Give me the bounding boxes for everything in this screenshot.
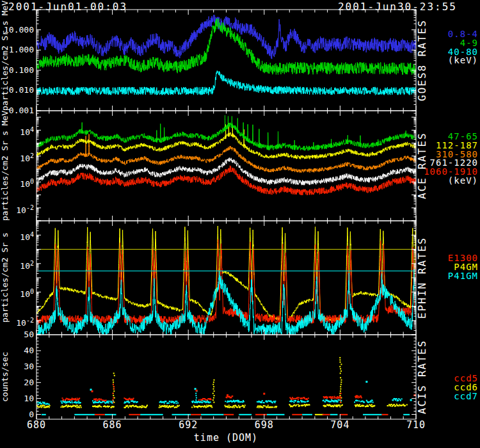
scatter-ccd5 xyxy=(62,384,416,415)
panel-title-acis-rates: ACIS RATES xyxy=(416,335,429,419)
y-axis-label-goes8: particles/cm2 Sr s MeV xyxy=(0,10,10,111)
trace-P41GM xyxy=(36,269,416,335)
trace-0.8-4 xyxy=(36,15,416,59)
x-tick-label: 710 xyxy=(397,420,435,430)
trace-40-80 xyxy=(36,71,416,95)
x-axis-title: time (DOM) xyxy=(162,432,290,444)
legend-item-ccd7: ccd7 xyxy=(454,392,478,401)
panel-traces-acis-rates xyxy=(36,357,416,415)
panel-traces-ephin-rates xyxy=(36,226,416,335)
panel-traces-ace-rates xyxy=(36,115,416,195)
panel-title-goes8-rates: GOES8 RATES xyxy=(416,10,429,111)
legend-item-p41gm: P41GM xyxy=(448,271,478,280)
legend-item-e1300: E1300 xyxy=(448,253,478,262)
x-tick-label: 692 xyxy=(169,420,207,430)
y-axis-label-ephin: particles/cm2 Sr s xyxy=(0,221,10,335)
legend-item-4-9: 4-9 xyxy=(460,38,478,47)
legend-item-ccd5: ccd5 xyxy=(454,374,478,383)
trace-P4GM xyxy=(36,226,416,321)
x-tick-label: 686 xyxy=(93,420,132,430)
legend-item--kev-: (keV) xyxy=(448,56,478,65)
panel-traces-goes8-rates xyxy=(36,15,416,95)
plot-canvas xyxy=(0,0,480,448)
legend-item-ccd6: ccd6 xyxy=(454,383,478,392)
trace-E1300 xyxy=(36,239,416,324)
y-axis-label-ace: particles/cm2 Sr s MeV xyxy=(0,111,10,221)
legend-item--kev-: (keV) xyxy=(448,176,478,185)
x-tick-label: 704 xyxy=(321,420,359,430)
legend-item-p4gm: P4GM xyxy=(454,262,478,271)
legend-item-112-187: 112-187 xyxy=(436,141,478,150)
plot-figure: 2001-Jun01-00:03 2001-Jun30-23:55 10.000… xyxy=(0,0,480,448)
legend-item-47-65: 47-65 xyxy=(448,132,478,141)
x-tick-label: 680 xyxy=(17,420,56,430)
scatter-ccd6 xyxy=(36,357,408,415)
y-axis-label-acis: counts/sec xyxy=(0,335,10,419)
panel-title-ephin-rates: EPHIN RATES xyxy=(416,221,429,335)
threshold-lines-layer xyxy=(36,250,416,271)
legend-item-0-8-4: 0.8-4 xyxy=(448,29,478,38)
panel-title-ace-rates: ACE RATES xyxy=(416,111,429,221)
x-tick-label: 698 xyxy=(245,420,284,430)
traces-layer xyxy=(36,15,416,415)
